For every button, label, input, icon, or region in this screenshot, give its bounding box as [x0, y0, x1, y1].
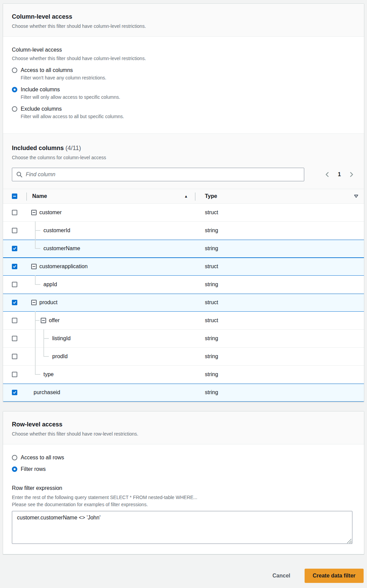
- form-description: Choose whether this filter should have c…: [12, 55, 355, 62]
- row-checkbox-unchecked[interactable]: [12, 318, 17, 323]
- tree-line: [35, 374, 40, 375]
- table-row: prodId string: [3, 348, 364, 366]
- table-header-row: Name ▲ Type: [3, 189, 364, 204]
- pagination: 1: [324, 171, 355, 178]
- previous-page-button[interactable]: [324, 171, 331, 178]
- table-row-selected: customerapplication struct: [3, 258, 364, 276]
- column-name: offer: [49, 317, 60, 324]
- column-name: appId: [43, 281, 57, 288]
- table-row: appId string: [3, 276, 364, 294]
- radio-label: Access to all columns: [21, 67, 73, 73]
- column-name: prodId: [52, 353, 67, 360]
- column-name: customer: [39, 209, 62, 216]
- column-name: purchaseid: [34, 389, 60, 396]
- tree-line: [43, 338, 49, 339]
- tree-line: [35, 329, 36, 348]
- column-type: string: [195, 281, 364, 288]
- expression-hint-1: Enter the rest of the following query st…: [12, 494, 355, 501]
- column-type: struct: [195, 209, 364, 216]
- row-checkbox-checked[interactable]: [12, 390, 17, 395]
- table-row: customerId string: [3, 222, 364, 240]
- radio-button-unselected[interactable]: [12, 455, 17, 460]
- row-checkbox-unchecked[interactable]: [12, 228, 17, 233]
- radio-label: Filter rows: [21, 466, 46, 472]
- column-type: string: [195, 371, 364, 378]
- card-description: Choose whether this filter should have c…: [12, 23, 355, 30]
- radio-button-unselected[interactable]: [12, 106, 17, 112]
- collapse-icon[interactable]: [31, 210, 37, 215]
- radio-button-selected[interactable]: [12, 466, 17, 472]
- row-checkbox-unchecked[interactable]: [12, 336, 17, 341]
- column-name: listingId: [52, 335, 71, 342]
- name-column-header[interactable]: Name ▲: [27, 189, 195, 203]
- next-page-button[interactable]: [348, 171, 355, 178]
- column-level-access-card: Column-level access Choose whether this …: [3, 3, 364, 402]
- find-column-input[interactable]: [12, 168, 304, 181]
- row-filter-expression-input[interactable]: customer.customerName <> 'John': [12, 511, 352, 544]
- column-type: string: [195, 353, 364, 360]
- radio-button-unselected[interactable]: [12, 68, 17, 73]
- radio-label: Include columns: [21, 87, 60, 93]
- table-row-selected: customerName string: [3, 240, 364, 258]
- row-level-access-header: Row-level access Choose whether this fil…: [3, 411, 364, 444]
- expression-label: Row filter expression: [12, 484, 355, 492]
- select-all-checkbox-indeterminate[interactable]: [12, 194, 17, 199]
- tree-line: [35, 347, 36, 366]
- column-level-access-header: Column-level access Choose whether this …: [3, 4, 364, 37]
- row-checkbox-checked[interactable]: [12, 264, 17, 269]
- table-row: type string: [3, 366, 364, 384]
- column-type: struct: [195, 263, 364, 270]
- radio-option-all-columns[interactable]: Access to all columns Filter won't have …: [12, 67, 355, 81]
- row-checkbox-checked[interactable]: [12, 300, 17, 305]
- row-checkbox-unchecked[interactable]: [12, 354, 17, 359]
- card-title: Column-level access: [12, 13, 355, 21]
- column-type: string: [195, 389, 364, 396]
- column-name: product: [39, 299, 57, 306]
- included-columns-title: Included columns (4/11): [12, 144, 355, 152]
- tree-line: [43, 347, 44, 356]
- radio-option-filter-rows[interactable]: Filter rows: [12, 466, 355, 472]
- radio-description: Filter won't have any column restriction…: [21, 74, 355, 81]
- selected-counter: (4/11): [65, 145, 81, 151]
- type-column-header: Type: [195, 189, 364, 203]
- tree-line: [35, 284, 40, 285]
- radio-option-all-rows[interactable]: Access to all rows: [12, 455, 355, 461]
- radio-description: Filter will allow access to all but spec…: [21, 113, 355, 120]
- tree-line: [43, 356, 49, 357]
- radio-option-include-columns[interactable]: Include columns Filter will only allow a…: [12, 87, 355, 100]
- radio-label: Exclude columns: [21, 106, 62, 112]
- column-type: string: [195, 245, 364, 252]
- cancel-button[interactable]: Cancel: [271, 569, 291, 582]
- radio-option-exclude-columns[interactable]: Exclude columns Filter will allow access…: [12, 106, 355, 120]
- sort-ascending-icon[interactable]: ▲: [184, 194, 188, 198]
- collapse-icon[interactable]: [41, 318, 46, 323]
- column-type: string: [195, 335, 364, 342]
- column-name: customerName: [43, 245, 80, 252]
- radio-description: Filter will only allow access to specifi…: [21, 94, 355, 100]
- card-title: Row-level access: [12, 420, 355, 428]
- column-type: string: [195, 227, 364, 234]
- column-name: type: [43, 371, 54, 378]
- table-row-selected: purchaseid string: [3, 384, 364, 402]
- row-checkbox-unchecked[interactable]: [12, 372, 17, 377]
- collapse-icon[interactable]: [31, 264, 37, 269]
- column-name: customerId: [43, 227, 70, 234]
- collapse-icon[interactable]: [31, 300, 37, 305]
- form-label: Column-level access: [12, 46, 355, 54]
- included-columns-description: Choose the columns for column-level acce…: [12, 154, 355, 161]
- row-checkbox-unchecked[interactable]: [12, 282, 17, 287]
- table-row: offer struct: [3, 312, 364, 330]
- current-page-number[interactable]: 1: [338, 171, 341, 178]
- search-icon: [16, 171, 23, 178]
- column-type: struct: [195, 299, 364, 306]
- radio-button-selected[interactable]: [12, 87, 17, 92]
- row-level-access-card: Row-level access Choose whether this fil…: [3, 411, 364, 554]
- row-access-form: Access to all rows Filter rows Row filte…: [3, 444, 364, 554]
- column-access-form: Column-level access Choose whether this …: [3, 37, 364, 133]
- caret-down-icon[interactable]: [354, 194, 359, 198]
- table-row-selected: product struct: [3, 294, 364, 312]
- tree-line: [35, 239, 36, 249]
- row-checkbox-checked[interactable]: [12, 246, 17, 251]
- row-checkbox-unchecked[interactable]: [12, 210, 17, 215]
- create-data-filter-button[interactable]: Create data filter: [305, 569, 364, 583]
